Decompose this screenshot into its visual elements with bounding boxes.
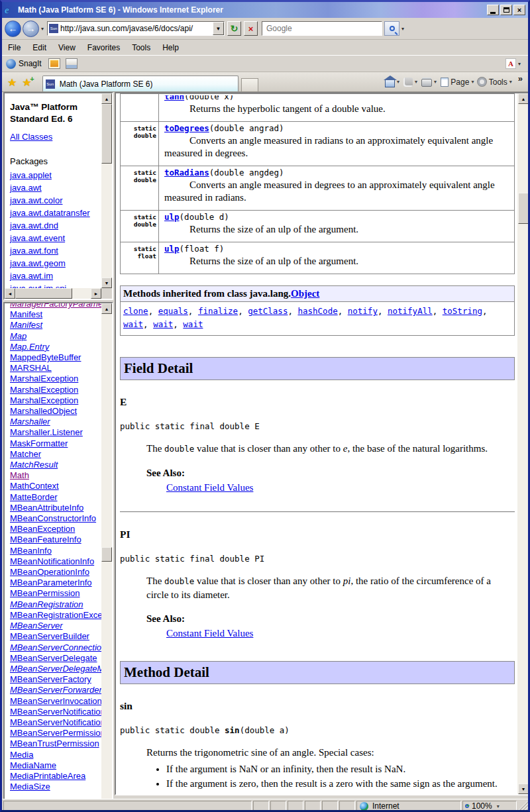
class-link[interactable]: MARSHAL (10, 363, 52, 373)
package-link[interactable]: java.awt.geom (10, 258, 66, 268)
scroll-right-button[interactable]: ► (91, 288, 101, 299)
inherited-method-link[interactable]: clone (123, 306, 148, 316)
address-bar[interactable]: Sun ▼ (47, 21, 225, 36)
snagit-settings-icon[interactable] (66, 58, 78, 69)
inherited-method-link[interactable]: wait (153, 319, 173, 329)
method-link[interactable]: ulp (164, 212, 180, 222)
vscroll-thumb[interactable] (101, 104, 112, 164)
menu-item[interactable]: Tools (126, 42, 156, 54)
inherited-method-link[interactable]: getClass (248, 306, 288, 316)
inherited-method-link[interactable]: wait (183, 319, 203, 329)
class-link[interactable]: MatteBorder (10, 492, 58, 502)
main-vscrollbar[interactable]: ▲ ▼ (517, 93, 529, 794)
class-link[interactable]: MBeanConstructorInfo (10, 513, 96, 523)
class-link[interactable]: MBeanRegistrationException (10, 610, 101, 620)
method-link[interactable]: ulp (164, 244, 180, 254)
class-link[interactable]: Manifest (10, 309, 42, 319)
package-link[interactable]: java.awt.color (10, 195, 62, 205)
classes-vscrollbar[interactable]: ▲ ▼ (101, 303, 112, 812)
class-link[interactable]: MediaPrintableArea (10, 771, 85, 781)
zoom-control[interactable]: 100% ▾ (462, 801, 517, 811)
feeds-button[interactable]: ▾ (401, 74, 419, 90)
class-link[interactable]: MBeanRegistration (10, 599, 83, 609)
class-link[interactable]: MBeanServerNotificationFilter (10, 717, 101, 727)
home-button[interactable]: ▾ (383, 74, 401, 90)
forward-button[interactable]: → (23, 21, 39, 37)
history-dropdown[interactable]: ▾ (41, 26, 44, 32)
object-class-link[interactable]: Object (291, 288, 319, 299)
inherited-method-link[interactable]: toString (443, 306, 482, 316)
constant-field-values-link[interactable]: Constant Field Values (166, 482, 253, 493)
new-tab-button[interactable] (241, 78, 258, 91)
package-link[interactable]: java.awt.datatransfer (10, 208, 90, 218)
class-link[interactable]: MBeanServerInvocationHandler (10, 696, 101, 706)
inherited-method-link[interactable]: notify (348, 306, 378, 316)
class-link[interactable]: Map.Entry (10, 342, 49, 352)
scroll-up-button[interactable]: ▲ (101, 303, 112, 314)
class-link[interactable]: MappedByteBuffer (10, 352, 81, 362)
inherited-method-link[interactable]: wait (123, 319, 143, 329)
class-link[interactable]: MBeanTrustPermission (10, 738, 99, 748)
page-button[interactable]: Page▾ (439, 74, 476, 90)
packages-vscrollbar[interactable]: ▲ ▼ (101, 93, 112, 288)
address-input[interactable] (60, 24, 213, 33)
menu-item[interactable]: Edit (26, 42, 52, 54)
all-classes-link[interactable]: All Classes (10, 132, 52, 142)
class-link[interactable]: Media (10, 750, 33, 760)
stop-button[interactable]: × (244, 21, 258, 36)
scroll-up-button[interactable]: ▲ (518, 93, 529, 104)
class-link[interactable]: MBeanServerBuilder (10, 631, 89, 641)
snagit-label[interactable]: SnagIt (19, 59, 42, 68)
address-dropdown-button[interactable]: ▼ (213, 22, 224, 35)
package-link[interactable]: java.awt.event (10, 233, 65, 243)
class-link[interactable]: Math (10, 470, 29, 480)
hscroll-thumb[interactable] (15, 288, 72, 299)
class-link[interactable]: MBeanServerDelegate (10, 653, 97, 663)
class-link[interactable]: MBeanInfo (10, 546, 52, 556)
class-link[interactable]: MarshalException (10, 395, 78, 405)
vscroll-thumb[interactable] (101, 547, 112, 562)
scroll-left-button[interactable]: ◄ (5, 288, 15, 299)
browser-tab[interactable]: Sun Math (Java Platform SE 6) (42, 76, 238, 91)
class-link[interactable]: Marshaller.Listener (10, 427, 83, 437)
class-link[interactable]: MatchResult (10, 460, 58, 470)
method-link[interactable]: toRadians (164, 168, 209, 178)
class-link[interactable]: MBeanServerForwarder (10, 685, 101, 695)
favorites-center-button[interactable]: ★ (7, 76, 17, 89)
package-link[interactable]: java.awt (10, 183, 42, 193)
search-dropdown[interactable]: ▾ (401, 26, 404, 32)
inherited-method-link[interactable]: hashCode (297, 306, 337, 316)
constant-field-values-link[interactable]: Constant Field Values (166, 628, 253, 638)
search-button[interactable] (384, 21, 399, 36)
method-link[interactable]: toDegrees (164, 123, 209, 133)
class-link[interactable]: Matcher (10, 449, 41, 459)
package-link[interactable]: java.awt.im (10, 271, 53, 281)
refresh-button[interactable]: ↻ (227, 21, 241, 36)
add-favorite-button[interactable]: ★+ (22, 76, 31, 89)
menu-item[interactable]: Favorites (81, 42, 126, 54)
class-link[interactable]: Manifest (10, 320, 42, 330)
search-input[interactable] (265, 23, 379, 34)
class-link[interactable]: MarshalledObject (10, 406, 77, 416)
menu-item[interactable]: Help (156, 42, 185, 54)
menu-item[interactable]: File (2, 42, 26, 54)
class-link[interactable]: MaskFormatter (10, 438, 68, 448)
class-link[interactable]: MediaSize (10, 782, 50, 791)
vscroll-thumb[interactable] (518, 193, 529, 224)
class-link[interactable]: MBeanAttributeInfo (10, 503, 83, 513)
maximize-button[interactable] (500, 5, 512, 15)
package-link[interactable]: java.awt.font (10, 246, 58, 256)
snagit-editor-icon[interactable] (48, 58, 60, 69)
scroll-up-button[interactable]: ▲ (101, 93, 112, 104)
class-link[interactable]: MathContext (10, 481, 59, 491)
resize-grip[interactable] (518, 801, 528, 811)
back-button[interactable]: ← (5, 21, 21, 37)
toolbar-overflow-chevron[interactable]: » (518, 74, 523, 83)
scroll-down-button[interactable]: ▼ (101, 278, 112, 288)
class-link[interactable]: MBeanServerFactory (10, 674, 91, 684)
zoom-dropdown[interactable]: ▾ (497, 803, 500, 809)
tools-button[interactable]: Tools▾ (476, 74, 513, 90)
class-link[interactable]: MarshalException (10, 374, 78, 383)
packages-hscrollbar[interactable]: ◄ ► (5, 288, 101, 299)
class-link[interactable]: MarshalException (10, 385, 78, 395)
